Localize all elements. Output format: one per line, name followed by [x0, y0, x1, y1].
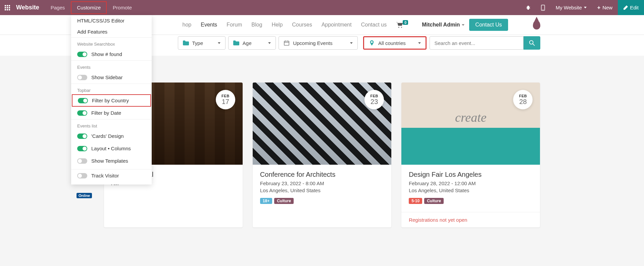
logo-drop-icon: [533, 20, 540, 30]
toggle-icon[interactable]: [77, 52, 87, 57]
search-input[interactable]: [430, 36, 524, 50]
dd-show-sidebar[interactable]: Show Sidebar: [71, 71, 152, 84]
nav-forum[interactable]: Forum: [222, 22, 247, 28]
my-website-selector[interactable]: My Website: [550, 0, 592, 15]
new-button[interactable]: +New: [592, 0, 618, 15]
dd-section-searchbox: Website Searchbox: [71, 37, 152, 48]
plus-icon: +: [597, 5, 600, 11]
site-nav: hop Events Forum Blog Help Courses Appoi…: [178, 22, 392, 28]
event-card[interactable]: FEB28 Design Fair Los Angeles February 2…: [401, 83, 540, 227]
menu-pages[interactable]: Pages: [45, 0, 70, 15]
bug-icon[interactable]: [521, 0, 536, 15]
brand-label[interactable]: Website: [15, 4, 45, 11]
cart-button[interactable]: 0: [396, 21, 408, 28]
category-badge: Culture: [424, 198, 444, 204]
dd-section-events: Events: [71, 60, 152, 71]
dd-cards-design[interactable]: 'Cards' Design: [71, 130, 152, 142]
folder-icon: [233, 40, 239, 46]
edit-button[interactable]: Edit: [618, 0, 644, 15]
event-title: Conference for Architects: [260, 171, 384, 178]
cart-icon: [396, 21, 403, 28]
svg-point-3: [401, 27, 402, 28]
toggle-icon[interactable]: [77, 110, 87, 116]
svg-point-1: [543, 9, 543, 10]
nav-events[interactable]: Events: [196, 22, 222, 28]
filter-date[interactable]: Upcoming Events: [279, 36, 358, 50]
date-badge: FEB23: [364, 90, 384, 109]
date-badge: FEB28: [513, 90, 533, 109]
filter-age[interactable]: Age: [228, 36, 276, 50]
event-title: Design Fair Los Angeles: [409, 171, 533, 178]
menu-customize[interactable]: Customize: [71, 1, 107, 14]
dd-show-templates[interactable]: Show Templates: [71, 155, 152, 167]
dd-filter-country[interactable]: Filter by Country: [72, 94, 151, 107]
contact-us-button[interactable]: Contact Us: [469, 19, 508, 31]
event-card-image: FEB23: [253, 83, 391, 165]
app-topbar: Website Pages Customize Promote My Websi…: [0, 0, 644, 15]
dd-track-visitor[interactable]: Track Visitor: [71, 169, 152, 182]
dd-section-topbar: Topbar: [71, 84, 152, 94]
nav-courses[interactable]: Courses: [287, 22, 317, 28]
toggle-icon[interactable]: [77, 75, 87, 80]
toggle-icon[interactable]: [77, 146, 87, 151]
dd-section-events-list: Events list: [71, 119, 152, 130]
toggle-icon[interactable]: [77, 173, 87, 178]
pencil-icon: [623, 5, 628, 10]
event-status: Registrations not yet open: [401, 212, 540, 227]
toggle-icon[interactable]: [78, 98, 88, 103]
cart-badge: 0: [403, 20, 408, 25]
nav-appointment[interactable]: Appointment: [317, 22, 356, 28]
filter-type[interactable]: Type: [178, 36, 226, 50]
toggle-icon[interactable]: [77, 158, 87, 164]
events-grid: FEB17 Online Reveal AM FEB23 Conference …: [101, 56, 544, 227]
dd-layout-columns[interactable]: Layout • Columns: [71, 142, 152, 155]
category-badge: Culture: [274, 198, 294, 204]
event-card-image: FEB28: [401, 83, 540, 165]
apps-launcher[interactable]: [0, 5, 15, 10]
svg-point-2: [398, 27, 399, 28]
mobile-icon[interactable]: [536, 0, 550, 15]
user-menu[interactable]: Mitchell Admin: [422, 22, 464, 28]
dd-html-editor[interactable]: HTML/CSS/JS Editor: [71, 15, 152, 26]
nav-shop[interactable]: hop: [178, 22, 196, 28]
customize-dropdown: HTML/CSS/JS Editor Add Features Website …: [71, 15, 152, 184]
dd-filter-date[interactable]: Filter by Date: [71, 107, 152, 119]
event-location: Los Angeles, United States: [409, 188, 533, 193]
search-button[interactable]: [524, 36, 540, 50]
svg-point-8: [529, 41, 533, 44]
event-date: February 28, 2022 - 12:00 AM: [409, 180, 533, 186]
age-badge: 18+: [260, 198, 272, 204]
event-card[interactable]: FEB23 Conference for Architects February…: [253, 83, 391, 227]
dd-show-found[interactable]: Show # found: [71, 48, 152, 60]
nav-help[interactable]: Help: [267, 22, 287, 28]
filter-country[interactable]: All countries: [363, 36, 427, 50]
svg-line-9: [533, 44, 534, 46]
date-badge: FEB17: [216, 90, 235, 109]
calendar-icon: [284, 40, 290, 46]
svg-rect-4: [284, 41, 289, 45]
folder-icon: [183, 40, 189, 46]
nav-contact[interactable]: Contact us: [356, 22, 391, 28]
map-pin-icon: [369, 40, 375, 46]
event-location: Los Angeles, United States: [260, 188, 384, 193]
nav-blog[interactable]: Blog: [247, 22, 267, 28]
dd-add-features[interactable]: Add Features: [71, 26, 152, 37]
menu-promote[interactable]: Promote: [107, 0, 137, 15]
toggle-icon[interactable]: [77, 134, 87, 139]
event-date: February 23, 2022 - 8:00 AM: [260, 180, 384, 186]
online-badge: Online: [77, 193, 92, 198]
age-badge: 5-10: [409, 198, 422, 204]
search-icon: [529, 40, 535, 46]
